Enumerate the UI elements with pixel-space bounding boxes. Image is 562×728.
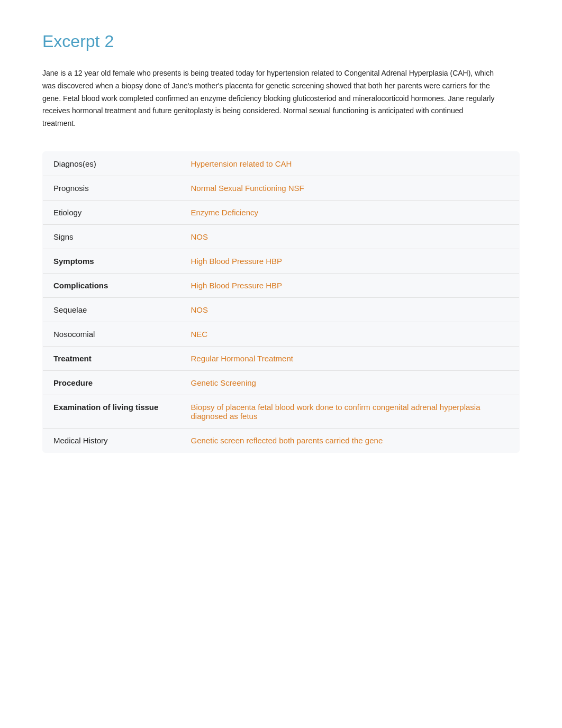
row-value: Genetic screen reflected both parents ca… <box>180 428 520 452</box>
row-label: Sequelae <box>43 297 180 322</box>
table-row: SequelaeNOS <box>43 297 520 322</box>
table-row: PrognosisNormal Sexual Functioning NSF <box>43 176 520 200</box>
row-label: Etiology <box>43 200 180 224</box>
table-row: ComplicationsHigh Blood Pressure HBP <box>43 273 520 297</box>
row-label: Diagnos(es) <box>43 151 180 176</box>
row-label: Examination of living tissue <box>43 395 180 428</box>
excerpt-paragraph: Jane is a 12 year old female who present… <box>42 67 497 130</box>
table-row: NosocomialNEC <box>43 322 520 346</box>
row-value: NEC <box>180 322 520 346</box>
table-row: Medical HistoryGenetic screen reflected … <box>43 428 520 452</box>
row-value: Enzyme Deficiency <box>180 200 520 224</box>
row-label: Signs <box>43 224 180 249</box>
table-row: EtiologyEnzyme Deficiency <box>43 200 520 224</box>
row-label: Symptoms <box>43 249 180 273</box>
row-value: High Blood Pressure HBP <box>180 249 520 273</box>
table-row: SymptomsHigh Blood Pressure HBP <box>43 249 520 273</box>
row-label: Treatment <box>43 346 180 370</box>
row-label: Procedure <box>43 370 180 395</box>
row-value: Hypertension related to CAH <box>180 151 520 176</box>
table-row: Diagnos(es)Hypertension related to CAH <box>43 151 520 176</box>
table-row: Examination of living tissueBiopsy of pl… <box>43 395 520 428</box>
table-row: SignsNOS <box>43 224 520 249</box>
row-label: Complications <box>43 273 180 297</box>
row-value: Normal Sexual Functioning NSF <box>180 176 520 200</box>
row-value: Regular Hormonal Treatment <box>180 346 520 370</box>
table-row: ProcedureGenetic Screening <box>43 370 520 395</box>
data-table: Diagnos(es)Hypertension related to CAHPr… <box>42 151 520 453</box>
row-label: Nosocomial <box>43 322 180 346</box>
row-value: NOS <box>180 224 520 249</box>
row-value: NOS <box>180 297 520 322</box>
row-value: High Blood Pressure HBP <box>180 273 520 297</box>
row-label: Medical History <box>43 428 180 452</box>
row-value: Genetic Screening <box>180 370 520 395</box>
row-label: Prognosis <box>43 176 180 200</box>
row-value: Biopsy of placenta fetal blood work done… <box>180 395 520 428</box>
table-row: TreatmentRegular Hormonal Treatment <box>43 346 520 370</box>
page-title: Excerpt 2 <box>42 32 520 51</box>
